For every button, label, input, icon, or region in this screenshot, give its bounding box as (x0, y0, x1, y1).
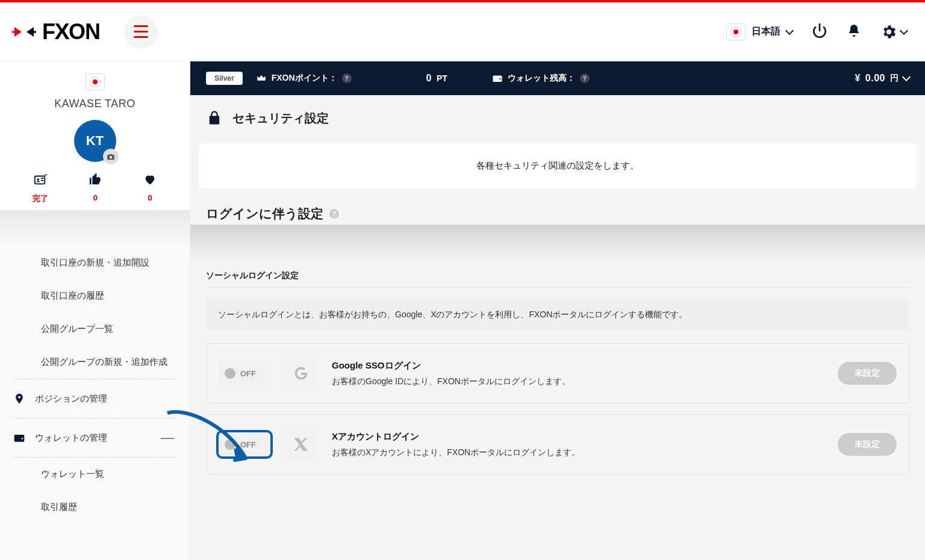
sidebar-item-account-history[interactable]: 取引口座の履歴 (0, 279, 190, 313)
help-icon[interactable]: ? (342, 73, 352, 83)
profile-name: KAWASE TARO (6, 98, 184, 110)
crown-icon (256, 73, 267, 84)
flag-japan-icon (86, 73, 105, 90)
page-lead: 各種セキュリティ関連の設定をします。 (199, 143, 917, 188)
id-card-icon (33, 173, 48, 186)
language-label: 日本語 (752, 25, 780, 38)
help-icon[interactable]: ? (580, 73, 590, 83)
wallet-icon (13, 432, 25, 444)
chevron-down-icon (785, 26, 794, 34)
brand-text: FXON (42, 19, 100, 45)
profile-card: KAWASE TARO KT 完了 0 0 (0, 61, 190, 210)
x-logo-icon (285, 428, 317, 461)
logo-mark-icon (11, 19, 37, 45)
sso-google-toggle[interactable]: OFF (219, 361, 270, 385)
login-section-title: ログインに伴う設定 (206, 205, 323, 222)
language-selector[interactable]: 日本語 (726, 23, 793, 40)
lock-icon (206, 110, 223, 126)
hamburger-icon (134, 25, 148, 38)
power-icon[interactable] (812, 23, 827, 41)
thumbs-up-icon (89, 173, 102, 186)
sso-google-card: OFF Google SSOログイン お客様のGoogle IDにより、FXON… (206, 343, 909, 403)
sso-x-status-button[interactable]: 未設定 (838, 433, 897, 456)
sidebar-item-new-group[interactable]: 公開グループの新規・追加作成 (0, 346, 190, 379)
wallet-balance-value[interactable]: ¥ 0.00 円 (855, 73, 909, 84)
chevron-down-icon (900, 26, 908, 34)
header: FXON 日本語 (0, 2, 925, 61)
help-icon[interactable]: ? (329, 209, 339, 219)
google-logo-icon (285, 357, 317, 390)
svg-point-0 (12, 31, 14, 33)
sso-google-desc: お客様のGoogle IDにより、FXONポータルにログインします。 (332, 376, 823, 387)
sidebar-item-new-account[interactable]: 取引口座の新規・追加開設 (0, 246, 190, 279)
sidebar: KAWASE TARO KT 完了 0 0 (0, 61, 190, 560)
sso-google-title: Google SSOログイン (332, 360, 823, 372)
tier-badge: Silver (206, 72, 243, 85)
social-login-info: ソーシャルログインとは、お客様がお持ちの、Google、Xのアカウントを利用し、… (206, 299, 909, 331)
chevron-down-icon (902, 73, 911, 81)
svg-point-1 (34, 31, 36, 33)
points-section: FXONポイント： ? (256, 73, 352, 84)
points-value: 0 (426, 73, 432, 84)
settings-dropdown[interactable] (880, 23, 907, 40)
sidebar-item-wallet-list[interactable]: ウォレット一覧 (0, 458, 190, 491)
sso-google-status-button[interactable]: 未設定 (838, 362, 897, 385)
bell-icon[interactable] (847, 23, 861, 40)
flag-japan-icon (726, 23, 746, 40)
social-login-subtitle: ソーシャルログイン設定 (190, 261, 925, 287)
page-title: セキュリティ設定 (232, 110, 329, 126)
stat-completed[interactable]: 完了 (33, 173, 48, 204)
pin-icon (13, 393, 25, 405)
main-content: Silver FXONポイント： ? 0 PT ウォレット残高： ? ¥ 0.0… (190, 61, 925, 560)
sso-x-toggle[interactable]: OFF (219, 432, 270, 456)
sidebar-item-group-list[interactable]: 公開グループ一覧 (0, 313, 190, 346)
stat-likes[interactable]: 0 (89, 173, 102, 204)
svg-point-4 (37, 178, 39, 181)
wallet-balance-section: ウォレット残高： ? (492, 73, 590, 84)
sidebar-wallet-management[interactable]: ウォレットの管理 — (0, 418, 190, 457)
points-bar: Silver FXONポイント： ? 0 PT ウォレット残高： ? ¥ 0.0… (190, 61, 925, 95)
sso-x-desc: お客様のXアカウントにより、FXONポータルにログインします。 (332, 447, 823, 458)
camera-icon[interactable] (103, 149, 119, 164)
sidebar-position-management[interactable]: ポジションの管理 (0, 379, 190, 418)
sso-x-card: OFF Xアカウントログイン お客様のXアカウントにより、FXONポータルにログ… (206, 414, 909, 474)
menu-toggle-button[interactable] (124, 15, 158, 49)
heart-icon (143, 173, 157, 186)
sso-x-title: Xアカウントログイン (332, 431, 823, 443)
collapse-icon: — (161, 430, 174, 446)
brand-logo[interactable]: FXON (11, 19, 100, 45)
wallet-icon (492, 73, 503, 84)
gear-icon (880, 23, 897, 40)
sidebar-item-transaction-history[interactable]: 取引履歴 (0, 491, 190, 524)
stat-favorites[interactable]: 0 (143, 173, 157, 204)
